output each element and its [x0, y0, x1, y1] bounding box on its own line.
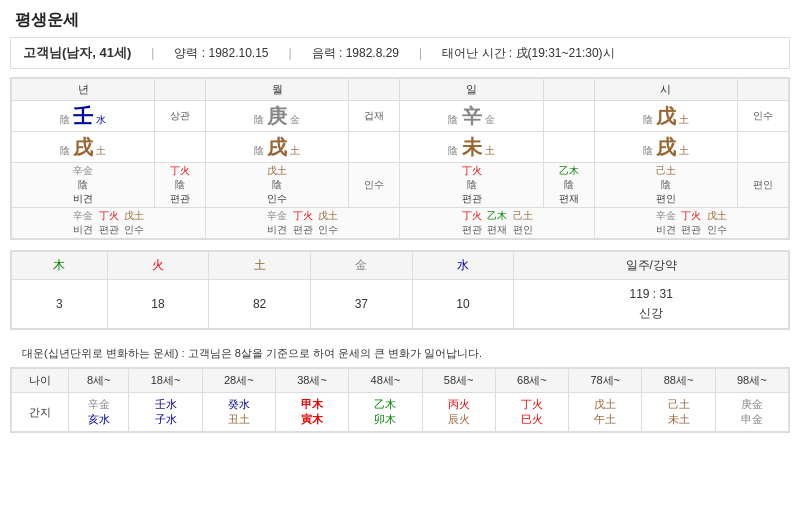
customer-name: 고객님(남자, 41세): [23, 44, 131, 62]
year-stem-char: 壬: [73, 105, 93, 127]
day-stem-cell: 陰 辛 金: [400, 101, 543, 132]
time-stem-char: 戊: [656, 105, 676, 127]
month-stem-char: 庚: [267, 105, 287, 127]
month-stem-elem: 金: [290, 114, 300, 125]
day-stem-yin: 陰: [448, 114, 458, 125]
oh-ilju-val: 119 : 31신강: [514, 280, 789, 329]
oh-ilju-header: 일주/강약: [514, 252, 789, 280]
oh-water-val: 10: [412, 280, 514, 329]
dw-header-68: 68세~: [495, 369, 568, 393]
dw-cell-98: 庚金 申金: [715, 393, 788, 432]
day-relation: [543, 101, 594, 132]
saju-table: 년 월 일 시 陰 壬 水 상관 陰 庚 金: [11, 78, 789, 239]
dw-cell-48: 乙木 卯木: [349, 393, 422, 432]
lunar-date: 음력 : 1982.8.29: [312, 45, 399, 62]
daewun-section: 나이 8세~ 18세~ 28세~ 38세~ 48세~ 58세~ 68세~ 78세…: [10, 367, 790, 433]
dw-cell-8: 辛金 亥水: [69, 393, 129, 432]
day-branch-char: 未: [462, 136, 482, 158]
dw-cell-28: 癸水 丑土: [202, 393, 275, 432]
page-title: 평생운세: [0, 0, 800, 37]
solar-date: 양력 : 1982.10.15: [174, 45, 268, 62]
dw-header-78: 78세~: [569, 369, 642, 393]
col-month: 월: [206, 79, 349, 101]
dw-cell-18: 壬水 子水: [129, 393, 202, 432]
month-rel-label: 편인: [737, 163, 788, 208]
oh-fire-header: 火: [107, 252, 209, 280]
year-hidden2: 丁火 陰 편관: [155, 163, 206, 208]
dw-cell-58: 丙火 辰火: [422, 393, 495, 432]
dw-header-98: 98세~: [715, 369, 788, 393]
time-branch-yin: 陰: [643, 145, 653, 156]
year-relation: 상관: [155, 101, 206, 132]
day-stem-elem: 金: [485, 114, 495, 125]
year-hidden3: 戊土 陰 인수: [206, 163, 349, 208]
day-branch-side: [543, 132, 594, 163]
month-hidden3: 己土 陰 편인: [594, 163, 737, 208]
year-stem-yin: 陰: [60, 114, 70, 125]
year-branch-yin: 陰: [60, 145, 70, 156]
col-time: 시: [594, 79, 737, 101]
year-rel-label: 인수: [349, 163, 400, 208]
time-relation: 인수: [737, 101, 788, 132]
birth-time: 태어난 시간 : 戌(19:31~21:30)시: [442, 45, 614, 62]
time-branch-side: [737, 132, 788, 163]
dw-header-age: 나이: [12, 369, 69, 393]
year-branch-char: 戌: [73, 136, 93, 158]
ohaeng-table: 木 火 土 金 水 일주/강약 3 18 82 37 10 119 : 31신강: [11, 251, 789, 329]
month-branch-char: 戌: [267, 136, 287, 158]
oh-earth-val: 82: [209, 280, 311, 329]
oh-metal-val: 37: [310, 280, 412, 329]
year-stem-elem: 水: [96, 114, 106, 125]
oh-metal-header: 金: [310, 252, 412, 280]
dw-header-38: 38세~: [275, 369, 348, 393]
col-day: 일: [400, 79, 543, 101]
day-stem-char: 辛: [462, 105, 482, 127]
oh-water-header: 水: [412, 252, 514, 280]
col-spacer3: [543, 79, 594, 101]
oh-earth-header: 土: [209, 252, 311, 280]
daewun-desc: 대운(십년단위로 변화하는 운세) : 고객님은 8살을 기준으로 하여 운세의…: [10, 338, 790, 367]
year-branch-side: [155, 132, 206, 163]
month-hidden: 丁火 陰 편관: [400, 163, 543, 208]
dw-header-58: 58세~: [422, 369, 495, 393]
dw-cell-68: 丁火 巳火: [495, 393, 568, 432]
month-hidden-extra: 辛金 丁火 戊土 비견 편관 인수: [206, 208, 400, 239]
time-branch-cell: 陰 戌 土: [594, 132, 737, 163]
time-stem-yin: 陰: [643, 114, 653, 125]
time-stem-elem: 土: [679, 114, 689, 125]
col-spacer2: [349, 79, 400, 101]
dw-cell-88: 己土 未土: [642, 393, 715, 432]
time-branch-char: 戌: [656, 136, 676, 158]
ohaeng-section: 木 火 土 金 水 일주/강약 3 18 82 37 10 119 : 31신강: [10, 250, 790, 330]
col-year: 년: [12, 79, 155, 101]
dw-label-ganji: 간지: [12, 393, 69, 432]
col-spacer1: [155, 79, 206, 101]
month-stem-yin: 陰: [254, 114, 264, 125]
time-stem-cell: 陰 戊 土: [594, 101, 737, 132]
col-spacer4: [737, 79, 788, 101]
dw-cell-78: 戊土 午土: [569, 393, 642, 432]
month-branch-cell: 陰 戌 土: [206, 132, 349, 163]
time-branch-elem: 土: [679, 145, 689, 156]
day-branch-cell: 陰 未 土: [400, 132, 543, 163]
month-hidden2: 乙木 陰 편재: [543, 163, 594, 208]
oh-wood-header: 木: [12, 252, 108, 280]
saju-section: 년 월 일 시 陰 壬 水 상관 陰 庚 金: [10, 77, 790, 240]
month-branch-yin: 陰: [254, 145, 264, 156]
month-relation: 겁재: [349, 101, 400, 132]
year-branch-elem: 土: [96, 145, 106, 156]
dw-header-18: 18세~: [129, 369, 202, 393]
time-hidden-extra: 辛金 丁火 戊土 비견 편관 인수: [594, 208, 788, 239]
year-hidden: 辛金 陰 비견: [12, 163, 155, 208]
oh-wood-val: 3: [12, 280, 108, 329]
daewun-table: 나이 8세~ 18세~ 28세~ 38세~ 48세~ 58세~ 68세~ 78세…: [11, 368, 789, 432]
info-bar: 고객님(남자, 41세) | 양력 : 1982.10.15 | 음력 : 19…: [10, 37, 790, 69]
year-hidden-extra: 辛金 丁火 戊土 비견 편관 인수: [12, 208, 206, 239]
month-branch-side: [349, 132, 400, 163]
month-stem-cell: 陰 庚 金: [206, 101, 349, 132]
dw-header-48: 48세~: [349, 369, 422, 393]
month-branch-elem: 土: [290, 145, 300, 156]
day-branch-elem: 土: [485, 145, 495, 156]
dw-header-8: 8세~: [69, 369, 129, 393]
day-hidden-extra: 丁火 乙木 己土 편관 편재 편인: [400, 208, 594, 239]
